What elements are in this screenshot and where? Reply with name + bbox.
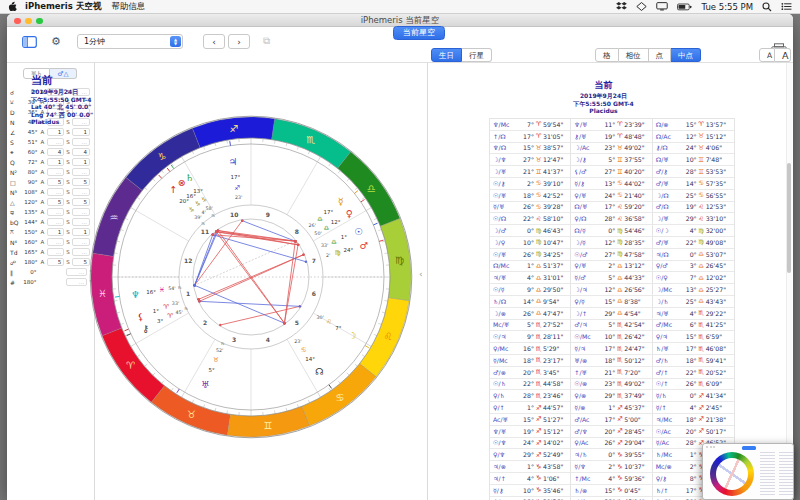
- orb-input[interactable]: 1: [47, 158, 65, 166]
- menu-item-help[interactable]: 帮助信息: [111, 1, 145, 13]
- notification-center-icon[interactable]: [781, 2, 792, 11]
- orb-input[interactable]: 5: [47, 258, 65, 266]
- scrollbar-thumb[interactable]: [787, 163, 791, 273]
- app-menu-title[interactable]: iPhemeris 天空视: [25, 1, 101, 13]
- orb-input[interactable]: 5: [47, 198, 65, 206]
- orb-input[interactable]: 1: [47, 128, 65, 136]
- aspect-angle: 160°: [21, 239, 38, 245]
- orb-input[interactable]: …: [47, 168, 65, 176]
- orb-row-51°: S51°A…S…: [10, 137, 92, 147]
- battery-icon[interactable]: [677, 3, 692, 11]
- midpoint-cell: ♃/♄0°♑ 39'55": [571, 449, 652, 461]
- aspect-symbol: △: [10, 199, 21, 206]
- svg-text:12: 12: [184, 257, 192, 264]
- midpoint-row: ☊/Mc1°♎ 51'37"♀/♅2°♎ 13'12"♀/♂3°♎ 26'45": [490, 261, 734, 273]
- window-preview-thumbnail[interactable]: [702, 443, 794, 500]
- aspect-angle: 135°: [21, 209, 38, 215]
- orb-input[interactable]: 4: [47, 148, 65, 156]
- svg-text:♂: ♂: [359, 240, 368, 251]
- midpoint-cell: ☊/♅10°♊ 7'48": [653, 154, 734, 166]
- gear-icon[interactable]: ⚙: [49, 34, 63, 48]
- tab-left-0[interactable]: 生日: [431, 48, 462, 62]
- aspect-symbol: ⚺: [10, 98, 21, 106]
- chart-house-system: Placidus: [31, 118, 93, 126]
- midpoint-row: ☿/⚷10°♑ 35'46"♄/⊗15°♑ 0'45"♄/↑17°♑ 17'37…: [490, 485, 734, 497]
- menubar-clock[interactable]: Tue 5:55 PM: [702, 2, 753, 12]
- svg-text:♄: ♄: [186, 172, 195, 183]
- svg-text:℞: ℞: [184, 306, 188, 311]
- aspect-angle: 51°: [21, 139, 38, 145]
- midpoint-cell: ♀/♅2°♎ 13'12": [571, 261, 652, 273]
- midpoint-row: ♃/⊗1°♑ 43'58"☿/♆2°♑ 10'37"Mc/⊗2°♑ 42'36": [490, 461, 734, 473]
- tab-view-1[interactable]: 相位: [619, 48, 649, 62]
- dropbox-icon[interactable]: [616, 2, 627, 11]
- orb-input[interactable]: …: [47, 208, 65, 216]
- midpoint-cell: ♄/☊14°♎ 9'54": [490, 296, 571, 308]
- orb-input[interactable]: …: [47, 188, 65, 196]
- midpoint-cell: ♂/⚷28°♊ 53'53": [653, 166, 734, 178]
- stepper-icon[interactable]: ▲▼: [170, 36, 181, 47]
- aspect-angle: 180°: [21, 259, 38, 265]
- midpoint-row: ☿/♅26°♋ 39'28"☊/♅17°♌ 59'20"♂/☊19°♌ 12'5…: [490, 202, 734, 214]
- aspect-angle: 108°: [21, 189, 38, 195]
- scrollbar-track[interactable]: [786, 63, 792, 500]
- svg-text:4: 4: [266, 336, 270, 343]
- midpoint-cell: ☊/Mc1°♎ 51'37": [490, 261, 571, 273]
- midpoint-cell: ☽/♅29°♌ 33'10": [653, 213, 734, 225]
- svg-text:♎: ♎: [331, 238, 337, 246]
- svg-text:♈: ♈: [167, 312, 173, 320]
- step-back-button[interactable]: ‹: [203, 34, 225, 49]
- orb-input[interactable]: …: [47, 138, 65, 146]
- midpoint-row: ☉/♃9°♏ 28'11"☉/Mc10°♏ 26'42"♀/♃15°♏ 6'59…: [490, 331, 734, 343]
- svg-text:17°: 17°: [231, 174, 241, 180]
- diamond-status-icon[interactable]: [636, 2, 647, 11]
- tab-left-1[interactable]: 行星: [462, 48, 492, 62]
- orb-row-120°: △120°A5S5: [10, 197, 92, 207]
- svg-text:⊗: ⊗: [178, 177, 186, 188]
- svg-text:♈: ♈: [163, 303, 169, 311]
- spotlight-search-icon[interactable]: [762, 2, 772, 12]
- svg-text:♊: ♊: [263, 420, 272, 431]
- midpoint-cell: ☉/♅26°♍ 34'25": [490, 249, 571, 261]
- midpoint-cell: ☉/⚷2°♋ 39'10": [490, 178, 571, 190]
- display-icon[interactable]: [656, 2, 668, 11]
- midpoint-row: ☽/♂0°♍ 46'43"☊/☿0°♍ 54'46"☉/☽4°♍ 32'00": [490, 225, 734, 237]
- aspect-symbol: Q: [10, 159, 21, 166]
- svg-text:33': 33': [321, 243, 328, 248]
- midpoint-cell: ♀/☊28°♌ 36'58": [571, 213, 652, 225]
- aspect-symbol: ⚹: [10, 148, 21, 156]
- orb-input[interactable]: 1: [47, 228, 65, 236]
- svg-text:℞: ℞: [211, 213, 215, 218]
- svg-text:12°: 12°: [331, 219, 341, 225]
- current-sky-button[interactable]: 当前星空: [393, 26, 445, 40]
- tab-view-0[interactable]: 格: [595, 48, 619, 62]
- apple-menu-icon[interactable]: [8, 0, 17, 13]
- svg-text:1°: 1°: [153, 308, 159, 314]
- orb-input[interactable]: …: [47, 238, 65, 246]
- midpoint-cell: ☉/♄22°♏ 44'58": [490, 379, 571, 391]
- panel-collapse-handle[interactable]: ‹: [419, 269, 423, 279]
- svg-text:♃: ♃: [229, 156, 238, 167]
- aspect-symbol: Td: [10, 249, 21, 256]
- svg-text:♑: ♑: [188, 206, 194, 214]
- font-smaller-button[interactable]: A: [759, 48, 775, 62]
- midpoint-cell: ♂/♄18°♏ 59'41": [653, 355, 734, 367]
- applying-label: A: [41, 199, 47, 205]
- font-larger-button[interactable]: A: [775, 48, 791, 62]
- time-step-select[interactable]: 1分钟 ▲▼: [77, 34, 183, 49]
- svg-text:10: 10: [230, 211, 238, 218]
- orb-input[interactable]: …: [47, 248, 65, 256]
- midpoint-row: ☉/⚷2°♋ 39'10"☿/⚷13°♋ 44'02"♂/♅14°♋ 57'35…: [490, 178, 734, 190]
- orb-input[interactable]: …: [47, 218, 65, 226]
- svg-text:23': 23': [294, 339, 301, 344]
- midpoint-row: ☉/☊22°♌ 58'10"♀/☊28°♌ 36'58"☽/♅29°♌ 33'1…: [490, 213, 734, 225]
- tab-view-2[interactable]: 点: [649, 48, 672, 62]
- tab-view-3[interactable]: 中点: [671, 48, 701, 62]
- step-forward-button[interactable]: ›: [228, 34, 250, 49]
- midpoint-table: ♆/Mc7°♈ 59'54"♆/♅11°♈ 23'39"☊/⊗15°♈ 13'5…: [489, 118, 735, 500]
- midpoint-row: ☿/Mc18°♏ 23'17"♅/⊗18°♏ 50'12"♂/♄18°♏ 59'…: [490, 355, 734, 367]
- orb-input[interactable]: 5: [47, 178, 65, 186]
- midpoint-cell: ♀/Mc16°♏ 5'29": [490, 343, 571, 355]
- applying-label: A: [41, 229, 47, 235]
- sidebar-toggle-icon[interactable]: [21, 35, 37, 48]
